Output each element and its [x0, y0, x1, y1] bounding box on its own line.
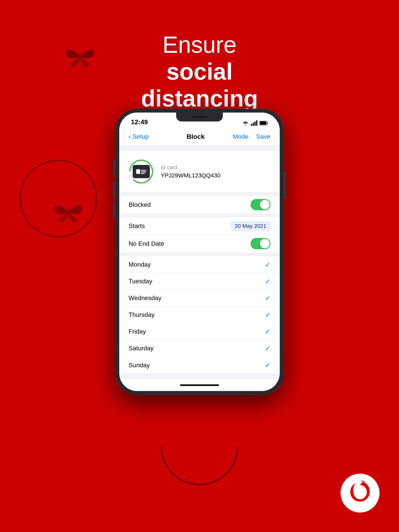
nav-title: Block: [160, 133, 232, 140]
nav-save-button[interactable]: Save: [256, 133, 270, 140]
toggle-knob: [260, 200, 270, 209]
wifi-icon: [242, 120, 249, 126]
toggle-knob-2: [260, 239, 270, 248]
headline-social: social: [0, 58, 399, 85]
day-row[interactable]: Thursday✓: [119, 306, 280, 323]
checkmark-icon: ✓: [265, 344, 270, 352]
id-icon-wrapper: [129, 159, 154, 184]
headline-distancing: distancing: [0, 85, 399, 112]
svg-rect-8: [267, 122, 268, 124]
nav-actions: Mode Save: [232, 133, 270, 140]
day-row[interactable]: Wednesday✓: [119, 290, 280, 306]
day-label: Tuesday: [129, 278, 265, 285]
svg-rect-12: [136, 169, 140, 174]
days-section: Monday✓Tuesday✓Wednesday✓Thursday✓Friday…: [119, 256, 280, 374]
day-label: Wednesday: [129, 294, 265, 302]
status-bar: 12:49: [119, 113, 280, 128]
id-card-icon: [133, 165, 150, 178]
arc-decoration: [161, 446, 238, 485]
checkmark-icon: ✓: [265, 261, 270, 269]
nav-back-label[interactable]: Setup: [133, 133, 149, 140]
no-end-date-row: No End Date: [119, 235, 280, 252]
svg-rect-2: [251, 124, 252, 126]
signal-icon: [251, 120, 257, 126]
day-label: Thursday: [129, 311, 265, 318]
svg-rect-4: [254, 121, 256, 126]
phone-mockup: 12:49: [116, 109, 283, 394]
phone-body: 12:49: [116, 109, 283, 394]
blocked-toggle[interactable]: [251, 199, 270, 210]
nav-back-button[interactable]: ‹ Setup: [129, 133, 160, 141]
blocked-section: Blocked: [119, 196, 280, 213]
day-row[interactable]: Friday✓: [119, 323, 280, 340]
checkmark-icon: ✓: [265, 294, 270, 302]
home-indicator: [119, 379, 280, 391]
starts-date-badge[interactable]: 20 May 2021: [231, 221, 270, 231]
day-label: Monday: [129, 261, 265, 268]
no-end-date-label: No End Date: [129, 240, 251, 247]
content-area: id card YPJ29WML123QQ430 Blocked: [119, 145, 280, 379]
day-row[interactable]: Saturday✓: [119, 340, 280, 357]
id-card-row: id card YPJ29WML123QQ430: [129, 159, 270, 184]
headline: Ensure social distancing: [0, 31, 399, 112]
notch: [176, 113, 223, 121]
headline-normal: Ensure: [162, 32, 237, 58]
id-card-info: id card YPJ29WML123QQ430: [161, 164, 270, 179]
speaker: [192, 116, 207, 118]
day-row[interactable]: Tuesday✓: [119, 273, 280, 290]
blocked-row: Blocked: [119, 196, 280, 213]
checkmark-icon: ✓: [265, 328, 270, 336]
no-end-date-toggle[interactable]: [251, 238, 270, 249]
starts-label: Starts: [129, 222, 231, 230]
day-label: Saturday: [129, 345, 265, 352]
id-card-section: id card YPJ29WML123QQ430: [119, 151, 280, 192]
circle-decoration: [19, 160, 97, 238]
battery-icon: [259, 121, 268, 125]
vodafone-logo: [341, 474, 380, 513]
phone-screen: 12:49: [119, 113, 280, 391]
back-chevron-icon: ‹: [129, 133, 131, 141]
day-row[interactable]: Monday✓: [119, 256, 280, 273]
starts-row: Starts 20 May 2021: [119, 217, 280, 235]
day-label: Sunday: [129, 362, 265, 369]
nav-bar: ‹ Setup Block Mode Save: [119, 128, 280, 145]
id-card-label: id card: [161, 164, 270, 171]
day-row[interactable]: Sunday✓: [119, 357, 280, 374]
svg-rect-5: [256, 120, 257, 126]
svg-rect-3: [253, 123, 254, 126]
day-label: Friday: [129, 328, 265, 335]
blocked-label: Blocked: [129, 201, 251, 208]
date-section: Starts 20 May 2021 No End Date: [119, 217, 280, 252]
checkmark-icon: ✓: [265, 311, 270, 319]
checkmark-icon: ✓: [265, 278, 270, 285]
home-bar: [180, 384, 219, 386]
id-card-value: YPJ29WML123QQ430: [161, 172, 270, 179]
svg-rect-7: [260, 121, 266, 125]
nav-mode-button[interactable]: Mode: [233, 133, 248, 140]
checkmark-icon: ✓: [265, 361, 270, 369]
butterfly-mid-icon: [51, 199, 86, 226]
status-icons: [242, 120, 268, 126]
